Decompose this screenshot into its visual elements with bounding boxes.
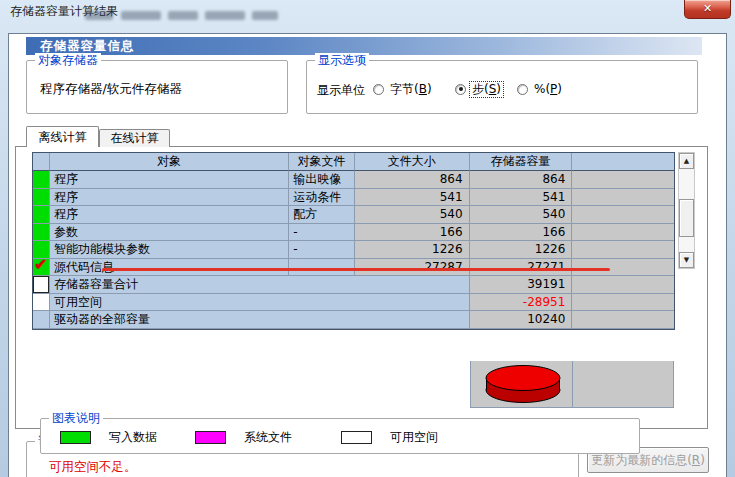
memory-capacity-table: 对象 对象文件 文件大小 存储器容量 程序 输出映像 864 864 程序 — [32, 152, 675, 330]
radio-unit-step[interactable]: 步(S) — [455, 80, 503, 98]
col-memory-capacity: 存储器容量 — [470, 153, 573, 171]
table-row: 程序 运动条件 541 541 — [33, 189, 674, 207]
total-swatch — [33, 276, 49, 293]
background-glass-blur — [252, 11, 278, 20]
table-row-free-space: 可用空间 -28951 — [33, 294, 674, 312]
target-memory-label: 对象存储器 — [35, 53, 101, 67]
free-space-color-swatch — [341, 431, 372, 444]
memory-capacity-dialog: 存储器容量计算结果 ✕ 存储器容量信息 对象存储器 程序存储器/软元件存储器 显… — [0, 0, 735, 477]
tab-online-calculation[interactable]: 在线计算 — [99, 129, 170, 147]
free-space-swatch — [33, 294, 49, 311]
write-data-swatch — [33, 224, 49, 241]
radio-unit-byte[interactable]: 字节(B) — [373, 80, 434, 98]
system-file-color-swatch — [195, 431, 226, 444]
legend-item: 可用空间 — [341, 429, 438, 446]
background-glass-blur — [168, 11, 198, 20]
table-row: 参数 - 166 166 — [33, 224, 674, 242]
red-underline-annotation — [102, 268, 610, 271]
chart-legend-label: 图表说明 — [49, 411, 103, 425]
tab-offline-calculation[interactable]: 离线计算 — [26, 126, 99, 147]
check-icon: ✔ — [34, 259, 47, 274]
radio-unit-percent[interactable]: %(P) — [517, 80, 564, 98]
background-glass-blur — [121, 11, 161, 20]
title-bar[interactable]: 存储器容量计算结果 ✕ — [0, 0, 735, 33]
background-glass-blur — [85, 11, 113, 20]
close-button[interactable]: ✕ — [684, 0, 731, 19]
dialog-client-area: 存储器容量信息 对象存储器 程序存储器/软元件存储器 显示选项 显示单位 字节(… — [8, 33, 727, 477]
legend-item: 系统文件 — [195, 429, 292, 446]
radio-icon-checked — [455, 84, 466, 95]
offline-calculation-panel: 对象 对象文件 文件大小 存储器容量 程序 输出映像 864 864 程序 — [15, 146, 708, 429]
table-row: 程序 输出映像 864 864 — [33, 171, 674, 189]
table-row: 智能功能模块参数 - 1226 1226 — [33, 241, 674, 259]
table-row-total: 存储器容量合计 39191 — [33, 276, 674, 294]
chart-cell-empty — [572, 361, 674, 408]
display-options-label: 显示选项 — [315, 53, 369, 67]
radio-icon — [373, 84, 384, 95]
radio-unit-step-label: 步(S) — [470, 82, 503, 97]
radio-unit-byte-label: 字节(B) — [388, 82, 434, 97]
write-data-color-swatch — [60, 431, 91, 444]
table-row: 程序 配方 540 540 — [33, 206, 674, 224]
col-file-size: 文件大小 — [355, 153, 470, 171]
write-data-swatch — [33, 241, 49, 258]
legend-item: 写入数据 — [60, 429, 157, 446]
write-data-swatch — [33, 189, 49, 206]
table-vertical-scrollbar[interactable]: ▲ ▼ — [678, 152, 695, 269]
display-options-groupbox: 显示选项 显示单位 字节(B) 步(S) %(P) — [306, 60, 698, 114]
radio-unit-percent-label: %(P) — [532, 82, 564, 97]
write-data-swatch — [33, 171, 49, 188]
chart-cell — [470, 361, 573, 408]
section-header-title: 存储器容量信息 — [40, 38, 135, 53]
col-object-file: 对象文件 — [289, 153, 355, 171]
scrollbar-thumb[interactable] — [679, 199, 694, 237]
target-memory-value: 程序存储器/软元件存储器 — [40, 81, 182, 98]
target-memory-groupbox: 对象存储器 程序存储器/软元件存储器 — [26, 60, 288, 114]
chart-legend-groupbox: 图表说明 写入数据 系统文件 可用空间 — [40, 418, 640, 454]
col-object: 对象 — [50, 153, 289, 171]
scroll-down-icon: ▼ — [684, 256, 689, 264]
scroll-up-icon: ▲ — [684, 157, 689, 165]
radio-icon — [517, 84, 528, 95]
background-glass-blur — [205, 11, 245, 20]
scroll-down-button[interactable]: ▼ — [679, 252, 694, 268]
memory-pie-chart — [483, 365, 563, 405]
update-button-label: 更新为最新的信息(R) — [591, 453, 705, 467]
write-data-swatch — [33, 206, 49, 223]
table-row-drive-capacity: 驱动器的全部容量 10240 — [33, 311, 674, 329]
close-icon: ✕ — [703, 2, 712, 15]
scroll-up-button[interactable]: ▲ — [679, 153, 694, 169]
display-unit-label: 显示单位 — [317, 82, 365, 99]
details-message: 可用空间不足。 — [49, 459, 137, 476]
table-header-row: 对象 对象文件 文件大小 存储器容量 — [33, 153, 674, 171]
